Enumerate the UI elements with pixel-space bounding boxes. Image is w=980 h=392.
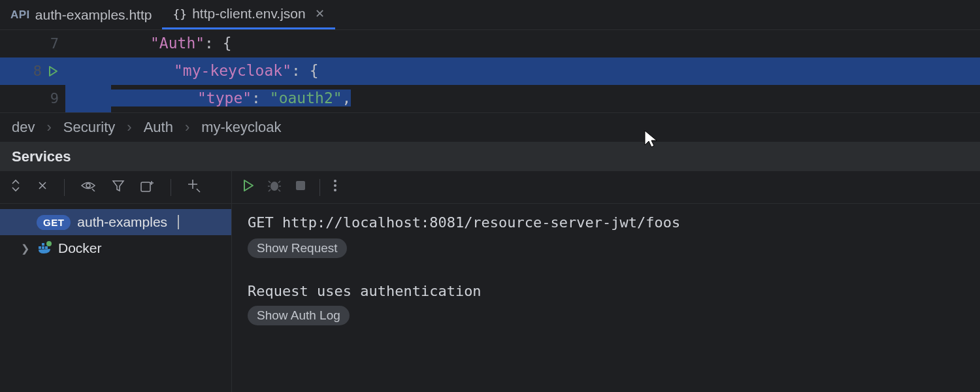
http-method-badge: GET	[37, 215, 71, 230]
tree-item-label: Docker	[58, 240, 102, 256]
services-detail-toolbar	[232, 171, 980, 204]
chevron-right-icon[interactable]: ❯	[21, 242, 29, 255]
editor-tabs: API auth-examples.http {} http-client.en…	[0, 0, 980, 30]
svg-rect-1	[141, 182, 150, 191]
debug-icon[interactable]	[267, 179, 282, 195]
code-line-selected: 8 "my-keycloak": {	[0, 57, 980, 85]
svg-rect-3	[42, 246, 44, 249]
separator	[319, 179, 320, 196]
tab-label: auth-examples.http	[35, 7, 152, 23]
breadcrumb: dev › Security › Auth › my-keycloak	[0, 112, 980, 142]
svg-point-7	[270, 182, 278, 191]
add-icon[interactable]	[187, 178, 201, 196]
tab-http-client-env[interactable]: {} http-client.env.json ✕	[162, 0, 335, 29]
services-detail-panel: GET http://localhost:8081/resource-serve…	[232, 171, 980, 392]
show-auth-log-button[interactable]: Show Auth Log	[248, 306, 350, 325]
svg-rect-2	[39, 246, 41, 249]
api-file-icon: API	[10, 8, 30, 22]
svg-rect-4	[45, 246, 48, 249]
svg-point-10	[334, 184, 336, 187]
chevron-right-icon: ›	[185, 119, 189, 136]
services-tree-toolbar	[0, 171, 231, 204]
close-icon[interactable]: ✕	[315, 7, 325, 21]
services-panel: GET auth-examples ❯ Docker	[0, 171, 980, 392]
code-line: 7 "Auth": {	[0, 30, 980, 57]
collapse-icon[interactable]	[37, 180, 48, 195]
run-icon[interactable]	[242, 179, 254, 195]
tab-auth-examples[interactable]: API auth-examples.http	[0, 0, 162, 29]
gutter: 7	[0, 31, 65, 57]
json-file-icon: {}	[172, 7, 187, 21]
chevron-right-icon: ›	[127, 119, 131, 136]
svg-rect-8	[296, 181, 305, 190]
stop-icon[interactable]	[295, 180, 306, 195]
code-editor[interactable]: 7 "Auth": { 8 "my-keycloak": { 9 "type":…	[0, 30, 980, 112]
breadcrumb-item[interactable]: Security	[63, 119, 115, 136]
eye-icon[interactable]	[80, 180, 96, 195]
text-cursor	[178, 215, 179, 229]
breadcrumb-item[interactable]: dev	[12, 119, 35, 136]
gutter: 8	[0, 58, 65, 84]
request-url: GET http://localhost:8081/resource-serve…	[248, 214, 964, 231]
svg-point-0	[86, 184, 90, 188]
services-tree-panel: GET auth-examples ❯ Docker	[0, 171, 232, 392]
run-gutter-icon[interactable]	[47, 65, 59, 77]
request-details: GET http://localhost:8081/resource-serve…	[232, 204, 980, 336]
group-icon[interactable]	[140, 179, 155, 195]
gutter: 9	[0, 86, 65, 112]
tree-item-http-request[interactable]: GET auth-examples	[0, 209, 231, 235]
show-request-button[interactable]: Show Request	[248, 238, 347, 258]
code-line: 9 "type": "oauth2",	[0, 85, 980, 112]
services-tree: GET auth-examples ❯ Docker	[0, 204, 231, 267]
separator	[64, 179, 65, 196]
breadcrumb-item[interactable]: my-keycloak	[201, 119, 281, 136]
services-panel-title: Services	[0, 142, 980, 171]
tab-label: http-client.env.json	[192, 6, 306, 22]
tree-item-docker[interactable]: ❯ Docker	[0, 235, 231, 261]
separator	[171, 179, 171, 196]
svg-point-11	[334, 189, 336, 191]
svg-point-6	[46, 241, 52, 246]
auth-status-text: Request uses authentication	[248, 283, 964, 299]
svg-point-9	[334, 180, 336, 182]
filter-icon[interactable]	[112, 179, 125, 195]
svg-rect-5	[42, 243, 44, 246]
expand-icon[interactable]	[10, 179, 21, 195]
tree-item-label: auth-examples	[77, 214, 167, 230]
docker-icon	[37, 241, 52, 255]
breadcrumb-item[interactable]: Auth	[144, 119, 173, 136]
more-icon[interactable]	[333, 179, 337, 195]
chevron-right-icon: ›	[46, 119, 51, 136]
